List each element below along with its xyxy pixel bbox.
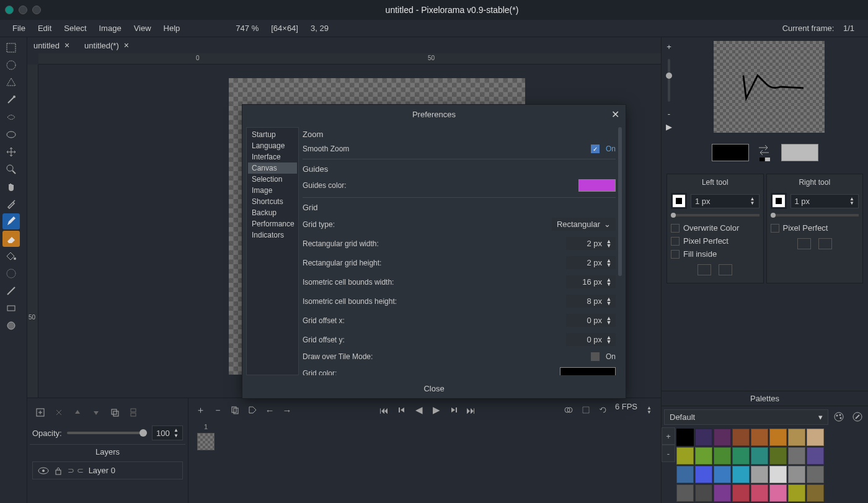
opacity-slider[interactable] xyxy=(67,432,147,434)
palette-color[interactable] xyxy=(807,447,824,465)
brush-preview-icon[interactable] xyxy=(671,193,687,209)
frame-number[interactable]: 1 xyxy=(196,422,216,432)
palette-color[interactable] xyxy=(714,447,731,465)
sidebar-item-performance[interactable]: Performance xyxy=(248,218,297,229)
palette-color[interactable] xyxy=(714,429,731,446)
color-select-tool-icon[interactable] xyxy=(2,127,20,143)
sidebar-item-shortcuts[interactable]: Shortcuts xyxy=(248,196,297,207)
sidebar-item-selection[interactable]: Selection xyxy=(248,174,297,185)
tab-untitled[interactable]: untitled × xyxy=(27,38,76,53)
loop-icon[interactable] xyxy=(595,402,611,418)
brush-preview-icon[interactable] xyxy=(771,193,787,209)
close-icon[interactable]: × xyxy=(124,40,129,50)
menu-edit[interactable]: Edit xyxy=(32,21,58,35)
palette-color[interactable] xyxy=(788,447,805,465)
palette-color[interactable] xyxy=(732,447,750,465)
palette-color[interactable] xyxy=(788,429,805,446)
palette-color[interactable] xyxy=(769,466,787,483)
play-backward-icon[interactable]: ◀ xyxy=(411,402,427,418)
scrollbar[interactable] xyxy=(618,127,622,276)
fps-stepper-icon[interactable]: ▲▼ xyxy=(641,402,657,418)
preview-zoom-slider[interactable] xyxy=(667,51,671,109)
grid-type-dropdown[interactable]: Rectangular⌄ xyxy=(552,218,616,231)
move-layer-up-icon[interactable] xyxy=(69,404,86,421)
add-layer-icon[interactable] xyxy=(32,404,48,421)
close-button[interactable]: Close xyxy=(415,381,453,396)
tab-untitled-star[interactable]: untitled(*) × xyxy=(78,38,135,53)
move-tool-icon[interactable] xyxy=(2,144,20,160)
shading-tool-icon[interactable] xyxy=(2,265,20,282)
lock-icon[interactable] xyxy=(54,466,63,475)
next-frame-icon[interactable] xyxy=(446,402,462,418)
palette-color[interactable] xyxy=(676,484,694,502)
preferences-content[interactable]: Zoom Smooth Zoom ✓ On Guides Guides colo… xyxy=(303,127,622,375)
horizontal-ruler[interactable]: 0 50 xyxy=(38,53,661,65)
copy-frame-icon[interactable] xyxy=(227,402,243,418)
rect-height-input[interactable]: 2 px▲▼ xyxy=(566,256,616,269)
palette-selector[interactable]: Default▾ xyxy=(664,409,828,425)
draw-tile-checkbox[interactable] xyxy=(591,352,600,361)
sidebar-item-indicators[interactable]: Indicators xyxy=(248,229,297,241)
sidebar-item-language[interactable]: Language xyxy=(248,140,297,151)
mirror-h-icon[interactable] xyxy=(797,238,811,249)
palette-color[interactable] xyxy=(807,484,824,502)
close-icon[interactable]: × xyxy=(64,40,69,50)
dialog-title-bar[interactable]: Preferences ✕ xyxy=(242,105,626,123)
window-max-button[interactable] xyxy=(32,6,41,14)
window-close-button[interactable] xyxy=(5,6,14,14)
palette-color[interactable] xyxy=(807,429,824,446)
palette-color[interactable] xyxy=(676,466,694,483)
palette-color[interactable] xyxy=(751,447,768,465)
pixel-perfect-row[interactable]: Pixel Perfect xyxy=(671,234,760,247)
palette-color[interactable] xyxy=(807,466,824,483)
first-frame-icon[interactable]: ⏮ xyxy=(376,402,392,418)
new-palette-icon[interactable] xyxy=(831,409,847,425)
palette-color[interactable] xyxy=(732,484,750,502)
add-frame-icon[interactable]: ＋ xyxy=(192,402,208,418)
vertical-ruler[interactable]: 50 xyxy=(27,65,38,398)
mirror-v-icon[interactable] xyxy=(719,264,732,275)
palette-color[interactable] xyxy=(769,429,787,446)
visibility-icon[interactable] xyxy=(38,467,49,474)
smooth-zoom-checkbox[interactable]: ✓ xyxy=(591,145,600,153)
palette-color[interactable] xyxy=(788,466,805,483)
palette-color[interactable] xyxy=(732,466,750,483)
offset-x-input[interactable]: 0 px▲▼ xyxy=(566,314,616,327)
sidebar-item-image[interactable]: Image xyxy=(248,185,297,196)
eraser-tool-icon[interactable] xyxy=(2,231,20,247)
merge-layer-icon[interactable] xyxy=(125,404,141,421)
layer-row[interactable]: ⊃ ⊂ Layer 0 xyxy=(32,461,183,479)
mirror-h-icon[interactable] xyxy=(698,264,711,275)
zoom-tool-icon[interactable] xyxy=(2,161,20,177)
palette-color[interactable] xyxy=(769,447,787,465)
palette-color[interactable] xyxy=(714,484,731,502)
guides-color-well[interactable] xyxy=(578,179,616,192)
offset-y-input[interactable]: 0 px▲▼ xyxy=(566,333,616,346)
brush-size-input[interactable]: 1 px▲▼ xyxy=(790,194,859,208)
frame-cel[interactable] xyxy=(197,433,215,450)
iso-height-input[interactable]: 8 px▲▼ xyxy=(566,295,616,308)
move-layer-down-icon[interactable] xyxy=(88,404,104,421)
color-picker-tool-icon[interactable] xyxy=(2,196,20,212)
delete-layer-icon[interactable] xyxy=(51,404,67,421)
brush-size-input[interactable]: 1 px▲▼ xyxy=(691,194,760,208)
palette-color[interactable] xyxy=(732,429,750,446)
pixel-perfect-row[interactable]: Pixel Perfect xyxy=(771,221,859,234)
rect-width-input[interactable]: 2 px▲▼ xyxy=(566,237,616,250)
swap-colors-icon[interactable] xyxy=(756,144,774,161)
palette-color[interactable] xyxy=(714,466,731,483)
onion-settings-icon[interactable] xyxy=(578,402,594,418)
bucket-tool-icon[interactable] xyxy=(2,248,20,264)
mirror-v-icon[interactable] xyxy=(818,238,832,249)
polygon-select-tool-icon[interactable] xyxy=(2,74,20,91)
pan-tool-icon[interactable] xyxy=(2,179,20,195)
menu-select[interactable]: Select xyxy=(58,21,92,35)
lasso-tool-icon[interactable] xyxy=(2,109,20,125)
background-color[interactable] xyxy=(781,144,818,161)
palette-color[interactable] xyxy=(695,429,712,446)
move-frame-right-icon[interactable]: → xyxy=(279,402,295,418)
brush-size-slider[interactable] xyxy=(671,214,760,216)
fill-inside-row[interactable]: Fill inside xyxy=(671,247,760,260)
grid-color-well[interactable] xyxy=(560,367,616,375)
iso-width-input[interactable]: 16 px▲▼ xyxy=(566,275,616,288)
